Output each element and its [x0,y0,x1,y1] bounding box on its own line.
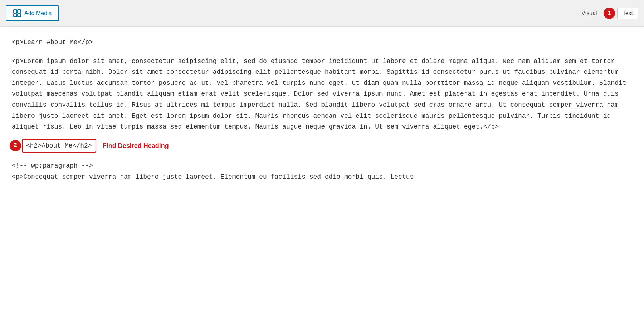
badge-2: 2 [10,140,21,151]
svg-rect-1 [18,10,21,13]
code-line-1: <p>Learn About Me</p> [12,37,632,48]
wp-comment: <!-- wp:paragraph --> [12,160,632,171]
svg-rect-3 [18,14,21,17]
svg-rect-0 [14,10,17,13]
add-media-icon [13,9,21,18]
add-media-button[interactable]: Add Media [6,5,59,21]
svg-rect-2 [14,14,17,17]
view-tabs: Visual 1 Text [576,8,638,19]
editor-content[interactable]: <p>Learn About Me</p> <p>Lorem ipsum dol… [0,26,644,319]
add-media-label: Add Media [24,10,52,16]
editor-wrapper: Add Media Visual 1 Text <p>Learn About M… [0,0,644,319]
h2-tag: <h2>About Me</h2> [22,139,96,153]
h2-line: 2 <h2>About Me</h2> Find Desired Heading [12,139,632,153]
tab-text-button[interactable]: Text [617,8,638,19]
toolbar: Add Media Visual 1 Text [0,0,644,26]
badge-2-container: 2 <h2>About Me</h2> [12,139,96,153]
badge-1: 1 [604,8,615,19]
tab-visual-button[interactable]: Visual [576,8,602,19]
find-heading-label: Find Desired Heading [103,140,169,151]
code-line-3: <p>Lorem ipsum dolor sit amet, consectet… [12,56,632,132]
last-para: <p>Consequat semper viverra nam libero j… [12,171,632,183]
